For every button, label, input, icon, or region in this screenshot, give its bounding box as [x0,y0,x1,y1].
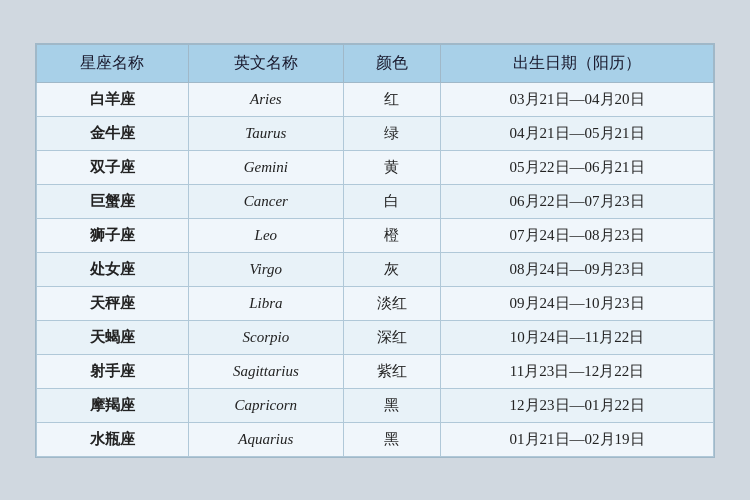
cell-chinese: 天蝎座 [37,320,189,354]
cell-dates: 03月21日—04月20日 [441,82,714,116]
zodiac-table-container: 星座名称 英文名称 颜色 出生日期（阳历） 白羊座Aries红03月21日—04… [35,43,715,458]
table-row: 处女座Virgo灰08月24日—09月23日 [37,252,714,286]
cell-english: Taurus [188,116,343,150]
cell-english: Cancer [188,184,343,218]
cell-color: 黄 [343,150,440,184]
cell-color: 黑 [343,422,440,456]
table-row: 白羊座Aries红03月21日—04月20日 [37,82,714,116]
cell-english: Virgo [188,252,343,286]
cell-english: Aquarius [188,422,343,456]
cell-dates: 05月22日—06月21日 [441,150,714,184]
cell-dates: 09月24日—10月23日 [441,286,714,320]
cell-english: Sagittarius [188,354,343,388]
cell-dates: 04月21日—05月21日 [441,116,714,150]
cell-chinese: 射手座 [37,354,189,388]
table-row: 天蝎座Scorpio深红10月24日—11月22日 [37,320,714,354]
cell-dates: 11月23日—12月22日 [441,354,714,388]
table-row: 双子座Gemini黄05月22日—06月21日 [37,150,714,184]
cell-chinese: 水瓶座 [37,422,189,456]
cell-color: 灰 [343,252,440,286]
cell-chinese: 金牛座 [37,116,189,150]
cell-color: 白 [343,184,440,218]
cell-chinese: 狮子座 [37,218,189,252]
cell-color: 深红 [343,320,440,354]
table-header-row: 星座名称 英文名称 颜色 出生日期（阳历） [37,44,714,82]
cell-english: Aries [188,82,343,116]
cell-dates: 08月24日—09月23日 [441,252,714,286]
col-header-dates: 出生日期（阳历） [441,44,714,82]
cell-dates: 01月21日—02月19日 [441,422,714,456]
cell-chinese: 摩羯座 [37,388,189,422]
cell-chinese: 处女座 [37,252,189,286]
cell-color: 红 [343,82,440,116]
cell-color: 淡红 [343,286,440,320]
zodiac-table: 星座名称 英文名称 颜色 出生日期（阳历） 白羊座Aries红03月21日—04… [36,44,714,457]
table-row: 天秤座Libra淡红09月24日—10月23日 [37,286,714,320]
table-row: 狮子座Leo橙07月24日—08月23日 [37,218,714,252]
cell-dates: 06月22日—07月23日 [441,184,714,218]
table-row: 金牛座Taurus绿04月21日—05月21日 [37,116,714,150]
cell-chinese: 巨蟹座 [37,184,189,218]
table-row: 射手座Sagittarius紫红11月23日—12月22日 [37,354,714,388]
cell-color: 黑 [343,388,440,422]
col-header-color: 颜色 [343,44,440,82]
cell-chinese: 双子座 [37,150,189,184]
cell-dates: 12月23日—01月22日 [441,388,714,422]
cell-color: 紫红 [343,354,440,388]
cell-english: Libra [188,286,343,320]
cell-color: 橙 [343,218,440,252]
cell-english: Leo [188,218,343,252]
cell-color: 绿 [343,116,440,150]
cell-dates: 10月24日—11月22日 [441,320,714,354]
table-row: 水瓶座Aquarius黑01月21日—02月19日 [37,422,714,456]
cell-english: Scorpio [188,320,343,354]
cell-chinese: 天秤座 [37,286,189,320]
table-row: 巨蟹座Cancer白06月22日—07月23日 [37,184,714,218]
cell-english: Gemini [188,150,343,184]
table-row: 摩羯座Capricorn黑12月23日—01月22日 [37,388,714,422]
table-body: 白羊座Aries红03月21日—04月20日金牛座Taurus绿04月21日—0… [37,82,714,456]
cell-dates: 07月24日—08月23日 [441,218,714,252]
cell-english: Capricorn [188,388,343,422]
col-header-english: 英文名称 [188,44,343,82]
cell-chinese: 白羊座 [37,82,189,116]
col-header-chinese: 星座名称 [37,44,189,82]
